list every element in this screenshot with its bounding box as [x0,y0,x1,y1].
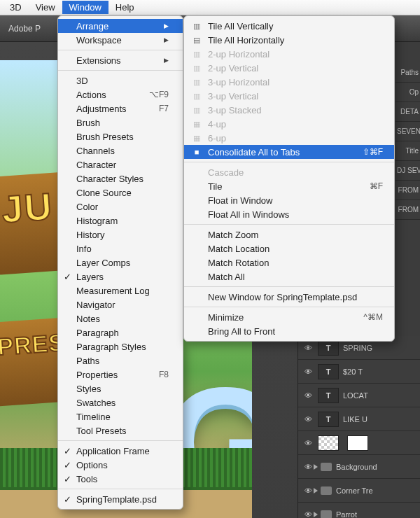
window-menu-item[interactable]: Navigator [58,298,183,312]
arrange-menu-item: ▥2-up Vertical [184,61,394,75]
disclosure-icon[interactable] [314,488,318,493]
window-menu-item[interactable]: ✓Tools [58,472,183,486]
window-menu-item[interactable]: Info [58,241,183,255]
panel-tab-label[interactable]: Op [396,83,420,102]
visibility-icon[interactable]: 👁 [302,391,314,400]
type-layer-icon: T [318,388,339,403]
window-menu-item[interactable]: ✓SpringTemplate.psd [58,492,183,506]
window-menu-item[interactable]: AdjustmentsF7 [58,102,183,115]
window-menu-item[interactable]: Swatches [58,396,183,410]
arrange-menu-item[interactable]: ▥Tile All Vertically [184,19,394,33]
tile-icon: ▥ [191,22,202,31]
disclosure-icon[interactable] [314,512,318,517]
window-menu-item[interactable]: Paths [58,354,183,368]
arrange-menu-item: ▥3-up Vertical [184,89,394,103]
menu-help[interactable]: Help [108,1,141,14]
window-menu-item[interactable]: ✓Options [58,458,183,472]
window-menu-item[interactable]: Actions⌥F9 [58,88,183,102]
type-layer-icon: T [318,340,339,356]
arrange-menu-item[interactable]: Float All in Windows [184,207,394,221]
arrange-menu-item[interactable]: ▤Tile All Horizontally [184,33,394,47]
visibility-icon[interactable]: 👁 [302,344,314,352]
layer-row[interactable]: 👁Background [298,455,420,479]
arrange-menu-item[interactable]: Match Rotation [184,255,394,270]
tile-icon: ▥ [191,64,202,73]
window-menu-item[interactable]: Channels [58,144,183,158]
layers-panel[interactable]: 👁TSPRING👁T$20 T👁TLOCAT👁TLIKE U👁👁Backgrou… [298,336,420,518]
folder-icon [321,463,332,471]
window-menu-item[interactable]: Measurement Log [58,284,183,298]
menu-window[interactable]: Window [62,1,108,14]
window-menu-item[interactable]: Brush Presets [58,130,183,144]
window-menu-item[interactable]: Character [58,158,183,172]
window-menu-item[interactable]: 3D [58,74,183,88]
layer-row[interactable]: 👁Parrot [298,503,420,518]
layer-row[interactable]: 👁Corner Tre [298,479,420,503]
tile-icon: ▥ [191,106,202,115]
arrange-menu-item[interactable]: ■Consolidate All to Tabs⇧⌘F [184,145,394,159]
panel-tab-label[interactable]: FROM [396,181,420,200]
layer-name: Corner Tre [336,486,416,495]
window-menu-item[interactable]: Paragraph [58,326,183,340]
panel-tab-label[interactable]: Paths [396,63,420,83]
panel-tab-label[interactable]: DJ SEV [396,161,420,181]
panel-tab-label[interactable]: Title [396,141,420,161]
window-menu-item[interactable]: Paragraph Styles [58,340,183,354]
window-menu-item[interactable]: Styles [58,382,183,396]
window-menu-item[interactable]: Color [58,200,183,214]
window-menu-dropdown[interactable]: ArrangeWorkspaceExtensions3DActions⌥F9Ad… [57,15,183,510]
arrange-menu-item[interactable]: Match All [184,270,394,284]
tile-icon: ▥ [191,92,202,101]
system-menubar: 3D View Window Help [0,0,420,15]
tile-icon: ▤ [191,36,202,45]
layer-row[interactable]: 👁TLOCAT [298,384,420,407]
window-menu-item[interactable]: Notes [58,312,183,326]
window-menu-item[interactable]: Layer Comps [58,255,183,270]
visibility-icon[interactable]: 👁 [302,415,314,424]
window-menu-item[interactable]: Brush [58,115,183,130]
visibility-icon[interactable]: 👁 [302,486,314,495]
window-menu-item[interactable]: Character Styles [58,172,183,186]
window-menu-item[interactable]: ✓Application Frame [58,444,183,458]
window-menu-item[interactable]: Extensions [58,53,183,67]
menu-3d[interactable]: 3D [3,1,29,14]
panel-tab-label[interactable]: FROM [396,200,420,220]
tile-icon: ▦ [191,120,202,129]
window-menu-item[interactable]: Timeline [58,410,183,424]
menu-view[interactable]: View [29,1,62,14]
window-menu-item[interactable]: Clone Source [58,186,183,200]
arrange-menu-item[interactable]: Minimize^⌘M [184,310,394,324]
arrange-submenu[interactable]: ▥Tile All Vertically▤Tile All Horizontal… [183,15,395,342]
arrange-menu-item[interactable]: Match Zoom [184,227,394,241]
arrange-menu-item: Cascade [184,165,394,179]
window-menu-item[interactable]: Histogram [58,214,183,227]
tile-icon: ▥ [191,78,202,87]
tile-icon: ▦ [191,134,202,143]
window-menu-item[interactable]: Workspace [58,33,183,47]
arrange-menu-item[interactable]: Match Location [184,241,394,255]
window-menu-item[interactable]: PropertiesF8 [58,368,183,382]
type-layer-icon: T [318,412,339,427]
arrange-menu-item[interactable]: New Window for SpringTemplate.psd [184,290,394,304]
layer-name: LOCAT [343,391,416,400]
layer-row[interactable]: 👁 [298,431,420,455]
arrange-menu-item: ▦4-up [184,117,394,131]
tile-icon: ▥ [191,50,202,59]
arrange-menu-item[interactable]: Tile⌘F [184,179,394,193]
arrange-menu-item[interactable]: Float in Window [184,193,394,207]
panel-tab-label[interactable]: SEVENS [396,122,420,141]
window-menu-item[interactable]: Tool Presets [58,424,183,438]
visibility-icon[interactable]: 👁 [302,510,314,519]
window-menu-item[interactable]: Arrange [58,19,183,33]
arrange-menu-item: ▥3-up Stacked [184,103,394,117]
window-menu-item[interactable]: ✓Layers [58,270,183,284]
visibility-icon[interactable]: 👁 [302,368,314,376]
disclosure-icon[interactable] [314,464,318,470]
layer-row[interactable]: 👁TLIKE U [298,407,420,431]
window-menu-item[interactable]: History [58,227,183,241]
arrange-menu-item[interactable]: Bring All to Front [184,324,394,338]
layer-row[interactable]: 👁T$20 T [298,360,420,384]
panel-tab-label[interactable]: DETA [396,102,420,122]
visibility-icon[interactable]: 👁 [302,463,314,471]
visibility-icon[interactable]: 👁 [302,439,314,447]
